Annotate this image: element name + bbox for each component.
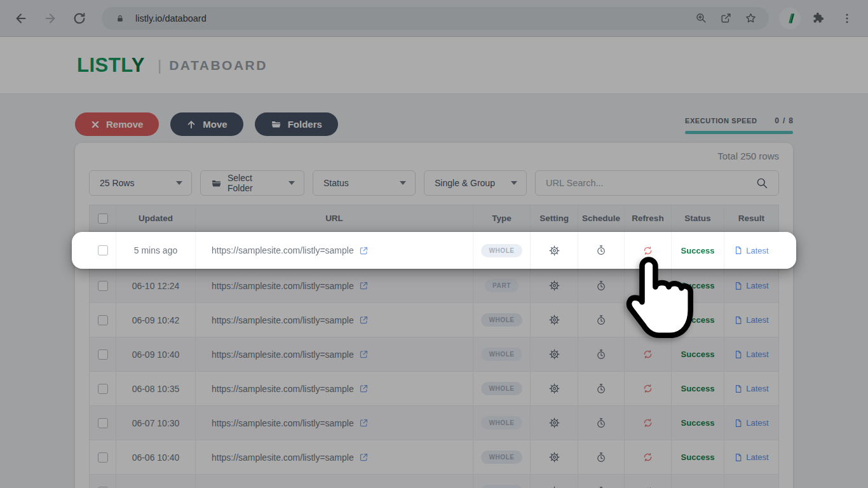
- result-link[interactable]: Latest: [724, 269, 778, 302]
- x-mark-icon: [91, 120, 100, 129]
- settings-gear-icon[interactable]: [531, 232, 578, 269]
- schedule-stopwatch-icon[interactable]: [578, 372, 625, 405]
- listly-logo[interactable]: LISTLY: [77, 54, 145, 77]
- cell-updated: 5 mins ago: [116, 232, 196, 269]
- settings-gear-icon[interactable]: [531, 406, 578, 440]
- result-link[interactable]: Latest: [724, 372, 778, 405]
- refresh-icon[interactable]: [625, 337, 672, 371]
- row-checkbox[interactable]: [98, 384, 108, 394]
- result-link[interactable]: Latest: [724, 337, 778, 371]
- result-text: Latest: [746, 246, 768, 255]
- schedule-stopwatch-icon[interactable]: [578, 406, 625, 440]
- app-header: LISTLY | DATABOARD: [0, 37, 868, 94]
- settings-gear-icon[interactable]: [531, 337, 578, 371]
- result-link[interactable]: Latest: [724, 440, 778, 474]
- settings-gear-icon[interactable]: [531, 269, 578, 302]
- row-checkbox[interactable]: [98, 349, 108, 360]
- header-divider: |: [158, 57, 161, 74]
- header-refresh: Refresh: [625, 205, 672, 231]
- external-link-icon[interactable]: [359, 452, 369, 462]
- databoard-table: Updated URL Type Setting Schedule Refres…: [89, 205, 779, 488]
- refresh-icon[interactable]: [625, 406, 672, 440]
- url-text: https://samplesite.com/listly=sample: [212, 315, 354, 325]
- cell-updated: 06-08 10:35: [116, 372, 196, 405]
- document-icon: [734, 281, 743, 290]
- share-icon[interactable]: [716, 9, 735, 28]
- folders-button[interactable]: Folders: [255, 112, 338, 136]
- row-checkbox[interactable]: [98, 245, 108, 255]
- status-select[interactable]: Status: [313, 170, 416, 196]
- result-text: Latest: [746, 452, 768, 462]
- single-group-select[interactable]: Single & Group: [424, 170, 527, 196]
- schedule-stopwatch-icon[interactable]: [578, 232, 625, 269]
- external-link-icon[interactable]: [359, 246, 369, 255]
- type-badge: WHOLE: [481, 485, 522, 488]
- cell-updated: 06-06 10:40: [116, 440, 196, 474]
- result-text: Latest: [746, 384, 768, 393]
- status-text: Success: [681, 384, 715, 393]
- forward-icon[interactable]: [38, 6, 62, 30]
- refresh-icon[interactable]: [625, 475, 672, 488]
- result-text: Latest: [746, 349, 768, 359]
- row-checkbox[interactable]: [98, 418, 108, 428]
- settings-gear-icon[interactable]: [531, 303, 578, 337]
- external-link-icon[interactable]: [359, 315, 369, 325]
- remove-button[interactable]: Remove: [75, 112, 159, 136]
- bookmark-star-icon[interactable]: [741, 9, 760, 28]
- external-link-icon[interactable]: [359, 349, 369, 359]
- status-text: Success: [681, 315, 715, 325]
- table-body: 5 mins ago https://samplesite.com/listly…: [90, 232, 778, 488]
- external-link-icon[interactable]: [359, 281, 369, 290]
- schedule-stopwatch-icon[interactable]: [578, 475, 625, 488]
- reload-icon[interactable]: [67, 6, 92, 30]
- refresh-icon[interactable]: [625, 372, 672, 405]
- search-icon[interactable]: [756, 177, 768, 189]
- refresh-icon[interactable]: [625, 232, 672, 269]
- rows-per-page-select[interactable]: 25 Rows: [89, 170, 192, 196]
- url-text: https://samplesite.com/listly=sample: [212, 349, 354, 360]
- refresh-icon[interactable]: [625, 269, 672, 302]
- zoom-icon[interactable]: [691, 9, 710, 28]
- result-link[interactable]: Latest: [724, 232, 778, 269]
- select-all-checkbox[interactable]: [98, 214, 108, 224]
- settings-gear-icon[interactable]: [531, 440, 578, 474]
- move-button[interactable]: Move: [170, 112, 243, 136]
- refresh-icon[interactable]: [625, 440, 672, 474]
- url-search-input[interactable]: [546, 178, 749, 188]
- extensions-puzzle-icon[interactable]: [806, 6, 830, 30]
- url-bar[interactable]: listly.io/databoard: [102, 7, 769, 30]
- table-row: 06-10 12:24 https://samplesite.com/listl…: [90, 269, 778, 303]
- listly-extension-icon[interactable]: [779, 8, 801, 29]
- refresh-icon[interactable]: [625, 303, 672, 337]
- result-link[interactable]: Latest: [724, 475, 778, 488]
- browser-menu-kebab-icon[interactable]: [835, 6, 859, 30]
- table-row: 5 mins ago https://samplesite.com/listly…: [72, 232, 796, 269]
- back-icon[interactable]: [9, 6, 33, 30]
- status-text: Success: [681, 349, 715, 359]
- table-row: 06-07 10:30 https://samplesite.com/listl…: [90, 406, 778, 440]
- document-icon: [734, 246, 743, 255]
- schedule-stopwatch-icon[interactable]: [578, 440, 625, 474]
- folder-select[interactable]: Select Folder: [200, 170, 304, 196]
- result-link[interactable]: Latest: [724, 303, 778, 337]
- settings-gear-icon[interactable]: [531, 475, 578, 488]
- table-row: 06-05 10:35 https://samplesite.com/listl…: [90, 475, 778, 488]
- settings-gear-icon[interactable]: [531, 372, 578, 405]
- type-badge: WHOLE: [481, 313, 522, 327]
- row-checkbox[interactable]: [98, 315, 108, 325]
- external-link-icon[interactable]: [359, 384, 369, 393]
- external-link-icon[interactable]: [359, 418, 369, 428]
- url-text: https://samplesite.com/listly=sample: [212, 245, 354, 255]
- document-icon: [734, 453, 743, 462]
- header-status: Status: [672, 205, 724, 231]
- schedule-stopwatch-icon[interactable]: [578, 337, 625, 371]
- result-link[interactable]: Latest: [724, 406, 778, 440]
- type-badge: PART: [485, 279, 519, 292]
- header-result: Result: [724, 205, 778, 231]
- schedule-stopwatch-icon[interactable]: [578, 269, 625, 302]
- url-text: https://samplesite.com/listly=sample: [212, 418, 354, 428]
- status-text: Success: [681, 281, 715, 290]
- row-checkbox[interactable]: [98, 452, 108, 463]
- row-checkbox[interactable]: [98, 281, 108, 291]
- schedule-stopwatch-icon[interactable]: [578, 303, 625, 337]
